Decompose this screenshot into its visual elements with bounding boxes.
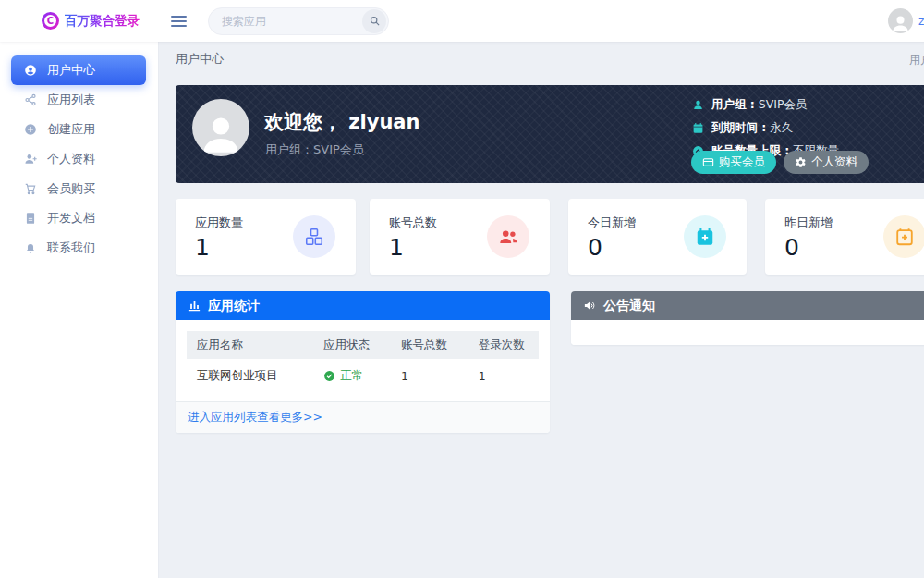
bar-chart-icon [188,299,201,313]
calendar-icon [691,122,704,134]
stat-value: 1 [389,234,404,261]
cubes-icon [293,215,335,258]
status-ok-icon [323,370,335,382]
table-header-row: 应用名称 应用状态 账号总数 登录次数 [187,331,539,359]
plus-circle-icon [23,123,37,136]
app-stats-header: 应用统计 [176,291,550,320]
search-bar [208,7,389,35]
sidebar-item-membership[interactable]: 会员购买 [0,174,158,203]
breadcrumb: 用户中心 [909,53,924,68]
user-circle-icon [23,64,37,77]
sidebar-item-contact-us[interactable]: 联系我们 [0,233,158,263]
search-icon [369,15,381,27]
stat-card-new-today: 今日新增 0 [568,199,747,275]
welcome-message: 欢迎您， ziyuan [264,109,420,135]
logo-text: 百万聚合登录 [65,13,140,30]
stat-value: 0 [588,234,602,261]
stat-card-new-yesterday: 昨日新增 0 [765,199,924,275]
shopping-cart-icon [23,182,37,195]
status-badge: 正常 [323,368,391,384]
buy-membership-button[interactable]: 购买会员 [691,151,776,174]
user-icon [691,99,704,111]
notice-body [571,320,924,345]
profile-avatar [192,99,249,156]
sidebar-item-label: 联系我们 [47,240,95,256]
notice-header: 公告通知 [571,291,924,320]
sidebar-item-label: 开发文档 [47,210,95,227]
stat-value: 0 [784,234,799,261]
panel-title: 公告通知 [603,298,655,314]
gear-icon [795,156,807,168]
sidebar-nav: 用户中心 应用列表 创建应用 个人资料 会员购买 开发文档 联系我们 [0,42,159,578]
sidebar-item-label: 应用列表 [47,92,95,108]
username-text: ziyuan [918,15,924,28]
sidebar-item-user-center[interactable]: 用户中心 [11,55,146,85]
sidebar-item-app-list[interactable]: 应用列表 [0,85,158,115]
avatar [888,8,913,33]
credit-card-icon [702,156,714,168]
search-input[interactable] [222,15,346,28]
sidebar-item-label: 创建应用 [47,121,95,138]
calendar-plus-outline-icon [883,215,924,258]
top-navbar: C 百万聚合登录 ziyuan [0,0,924,42]
stat-card-account-total: 账号总数 1 [370,199,550,275]
view-more-link[interactable]: 进入应用列表查看更多>> [188,410,322,425]
welcome-banner: 欢迎您， ziyuan 用户组：SVIP会员 用户组 : SVIP会员 到期时间… [176,85,924,183]
app-stats-table: 应用名称 应用状态 账号总数 登录次数 互联网创业项目 正常 1 1 [176,320,550,401]
user-group-subtitle: 用户组：SVIP会员 [265,141,364,158]
stat-value: 1 [195,234,210,261]
hamburger-menu-icon[interactable] [171,13,187,30]
document-icon [23,212,37,225]
sidebar-item-profile[interactable]: 个人资料 [0,144,158,174]
user-menu[interactable]: ziyuan [888,8,924,33]
share-nodes-icon [23,93,37,106]
page-title: 用户中心 [176,51,224,68]
user-plus-icon [23,153,37,166]
calendar-plus-icon [684,215,726,258]
speaker-icon [583,299,597,313]
logo-icon: C [42,12,59,30]
login-count: 1 [468,369,539,383]
notice-panel: 公告通知 [571,291,924,345]
hero-buttons: 购买会员 个人资料 [691,151,869,174]
search-button[interactable] [362,9,386,33]
info-row-user-group: 用户组 : SVIP会员 [691,93,839,117]
sidebar-item-create-app[interactable]: 创建应用 [0,115,158,144]
app-name: 互联网创业项目 [187,368,313,384]
app-stats-panel: 应用统计 应用名称 应用状态 账号总数 登录次数 互联网创业项目 正常 1 1 … [176,291,550,433]
bell-icon [23,241,37,254]
table-row[interactable]: 互联网创业项目 正常 1 1 [187,359,539,392]
sidebar-item-dev-docs[interactable]: 开发文档 [0,203,158,233]
sidebar-item-label: 个人资料 [47,151,95,167]
stat-card-app-count: 应用数量 1 [176,199,356,275]
info-row-expiry: 到期时间 : 永久 [691,117,839,140]
account-count: 1 [391,369,468,383]
sidebar-item-label: 用户中心 [47,62,95,79]
app-logo[interactable]: C 百万聚合登录 [0,12,160,30]
profile-button[interactable]: 个人资料 [784,151,869,174]
users-icon [487,215,529,258]
panel-title: 应用统计 [208,298,260,314]
sidebar-item-label: 会员购买 [47,180,95,197]
app-stats-footer: 进入应用列表查看更多>> [176,401,550,433]
